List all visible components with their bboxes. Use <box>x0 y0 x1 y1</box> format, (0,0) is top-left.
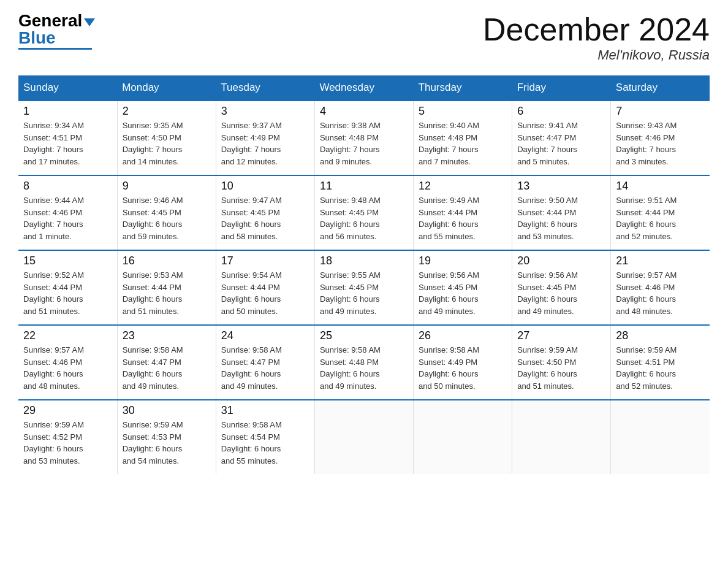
calendar-cell: 14Sunrise: 9:51 AM Sunset: 4:44 PM Dayli… <box>611 175 710 250</box>
day-info: Sunrise: 9:41 AM Sunset: 4:47 PM Dayligh… <box>517 120 605 167</box>
calendar-cell: 18Sunrise: 9:55 AM Sunset: 4:45 PM Dayli… <box>314 250 413 325</box>
day-info: Sunrise: 9:55 AM Sunset: 4:45 PM Dayligh… <box>320 269 408 317</box>
day-number: 14 <box>616 180 705 193</box>
calendar-cell: 19Sunrise: 9:56 AM Sunset: 4:45 PM Dayli… <box>414 250 512 325</box>
day-number: 3 <box>221 105 309 118</box>
calendar-cell <box>512 400 611 474</box>
logo-general-text: General <box>18 12 82 29</box>
calendar-cell: 2Sunrise: 9:35 AM Sunset: 4:50 PM Daylig… <box>117 101 216 175</box>
title-block: December 2024 Mel'nikovo, Russia <box>483 12 710 63</box>
day-info: Sunrise: 9:58 AM Sunset: 4:47 PM Dayligh… <box>221 344 309 392</box>
day-info: Sunrise: 9:49 AM Sunset: 4:44 PM Dayligh… <box>419 194 507 242</box>
calendar-cell: 10Sunrise: 9:47 AM Sunset: 4:45 PM Dayli… <box>216 175 314 250</box>
week-row-3: 15Sunrise: 9:52 AM Sunset: 4:44 PM Dayli… <box>18 250 710 325</box>
day-info: Sunrise: 9:47 AM Sunset: 4:45 PM Dayligh… <box>221 194 309 242</box>
calendar-table: SundayMondayTuesdayWednesdayThursdayFrid… <box>18 75 710 474</box>
calendar-cell: 3Sunrise: 9:37 AM Sunset: 4:49 PM Daylig… <box>216 101 314 175</box>
day-info: Sunrise: 9:58 AM Sunset: 4:48 PM Dayligh… <box>320 344 408 392</box>
day-number: 4 <box>320 105 408 118</box>
day-info: Sunrise: 9:59 AM Sunset: 4:53 PM Dayligh… <box>123 419 211 467</box>
day-number: 30 <box>123 404 211 417</box>
weekday-header-wednesday: Wednesday <box>314 75 413 101</box>
day-info: Sunrise: 9:37 AM Sunset: 4:49 PM Dayligh… <box>221 120 309 167</box>
calendar-cell: 12Sunrise: 9:49 AM Sunset: 4:44 PM Dayli… <box>414 175 512 250</box>
day-number: 18 <box>320 255 408 267</box>
calendar-cell: 31Sunrise: 9:58 AM Sunset: 4:54 PM Dayli… <box>216 400 314 474</box>
calendar-cell: 20Sunrise: 9:56 AM Sunset: 4:45 PM Dayli… <box>512 250 611 325</box>
day-number: 21 <box>616 255 705 267</box>
day-info: Sunrise: 9:53 AM Sunset: 4:44 PM Dayligh… <box>123 269 211 317</box>
calendar-cell: 24Sunrise: 9:58 AM Sunset: 4:47 PM Dayli… <box>216 325 314 400</box>
calendar-cell: 7Sunrise: 9:43 AM Sunset: 4:46 PM Daylig… <box>611 101 710 175</box>
day-info: Sunrise: 9:59 AM Sunset: 4:52 PM Dayligh… <box>23 419 112 467</box>
calendar-cell: 8Sunrise: 9:44 AM Sunset: 4:46 PM Daylig… <box>18 175 117 250</box>
calendar-cell: 27Sunrise: 9:59 AM Sunset: 4:50 PM Dayli… <box>512 325 611 400</box>
calendar-cell: 6Sunrise: 9:41 AM Sunset: 4:47 PM Daylig… <box>512 101 611 175</box>
day-number: 8 <box>23 180 112 193</box>
weekday-header-saturday: Saturday <box>611 75 710 101</box>
day-info: Sunrise: 9:59 AM Sunset: 4:51 PM Dayligh… <box>616 344 705 392</box>
day-info: Sunrise: 9:52 AM Sunset: 4:44 PM Dayligh… <box>23 269 112 317</box>
day-info: Sunrise: 9:56 AM Sunset: 4:45 PM Dayligh… <box>419 269 507 317</box>
weekday-header-row: SundayMondayTuesdayWednesdayThursdayFrid… <box>18 75 710 101</box>
day-number: 9 <box>123 180 211 193</box>
calendar-cell: 25Sunrise: 9:58 AM Sunset: 4:48 PM Dayli… <box>314 325 413 400</box>
day-info: Sunrise: 9:56 AM Sunset: 4:45 PM Dayligh… <box>517 269 605 317</box>
calendar-cell: 21Sunrise: 9:57 AM Sunset: 4:46 PM Dayli… <box>611 250 710 325</box>
day-number: 13 <box>517 180 605 193</box>
day-number: 1 <box>23 105 112 118</box>
day-number: 19 <box>419 255 507 267</box>
weekday-header-thursday: Thursday <box>414 75 512 101</box>
day-number: 12 <box>419 180 507 193</box>
calendar-cell: 9Sunrise: 9:46 AM Sunset: 4:45 PM Daylig… <box>117 175 216 250</box>
week-row-2: 8Sunrise: 9:44 AM Sunset: 4:46 PM Daylig… <box>18 175 710 250</box>
day-info: Sunrise: 9:34 AM Sunset: 4:51 PM Dayligh… <box>23 120 112 167</box>
calendar-cell: 30Sunrise: 9:59 AM Sunset: 4:53 PM Dayli… <box>117 400 216 474</box>
day-info: Sunrise: 9:35 AM Sunset: 4:50 PM Dayligh… <box>123 120 211 167</box>
day-number: 5 <box>419 105 507 118</box>
day-info: Sunrise: 9:51 AM Sunset: 4:44 PM Dayligh… <box>616 194 705 242</box>
day-info: Sunrise: 9:44 AM Sunset: 4:46 PM Dayligh… <box>23 194 112 242</box>
calendar-cell: 5Sunrise: 9:40 AM Sunset: 4:48 PM Daylig… <box>414 101 512 175</box>
day-number: 6 <box>517 105 605 118</box>
logo-underline <box>18 48 92 50</box>
calendar-cell: 15Sunrise: 9:52 AM Sunset: 4:44 PM Dayli… <box>18 250 117 325</box>
day-number: 7 <box>616 105 705 118</box>
day-number: 23 <box>123 329 211 342</box>
day-number: 26 <box>419 329 507 342</box>
weekday-header-monday: Monday <box>117 75 216 101</box>
day-number: 10 <box>221 180 309 193</box>
logo-blue-text: Blue <box>18 29 56 47</box>
calendar-cell: 4Sunrise: 9:38 AM Sunset: 4:48 PM Daylig… <box>314 101 413 175</box>
calendar-cell: 26Sunrise: 9:58 AM Sunset: 4:49 PM Dayli… <box>414 325 512 400</box>
weekday-header-tuesday: Tuesday <box>216 75 314 101</box>
calendar-cell: 17Sunrise: 9:54 AM Sunset: 4:44 PM Dayli… <box>216 250 314 325</box>
day-number: 11 <box>320 180 408 193</box>
weekday-header-sunday: Sunday <box>18 75 117 101</box>
page-header: General Blue December 2024 Mel'nikovo, R… <box>18 12 710 63</box>
day-number: 2 <box>123 105 211 118</box>
day-number: 22 <box>23 329 112 342</box>
weekday-header-friday: Friday <box>512 75 611 101</box>
week-row-5: 29Sunrise: 9:59 AM Sunset: 4:52 PM Dayli… <box>18 400 710 474</box>
calendar-cell: 11Sunrise: 9:48 AM Sunset: 4:45 PM Dayli… <box>314 175 413 250</box>
day-info: Sunrise: 9:43 AM Sunset: 4:46 PM Dayligh… <box>616 120 705 167</box>
day-number: 20 <box>517 255 605 267</box>
calendar-cell <box>611 400 710 474</box>
day-info: Sunrise: 9:46 AM Sunset: 4:45 PM Dayligh… <box>123 194 211 242</box>
day-info: Sunrise: 9:57 AM Sunset: 4:46 PM Dayligh… <box>616 269 705 317</box>
month-title: December 2024 <box>483 12 710 47</box>
calendar-cell: 28Sunrise: 9:59 AM Sunset: 4:51 PM Dayli… <box>611 325 710 400</box>
location-text: Mel'nikovo, Russia <box>483 47 710 63</box>
day-number: 28 <box>616 329 705 342</box>
day-info: Sunrise: 9:50 AM Sunset: 4:44 PM Dayligh… <box>517 194 605 242</box>
day-number: 17 <box>221 255 309 267</box>
logo: General Blue <box>18 12 95 50</box>
calendar-cell: 23Sunrise: 9:58 AM Sunset: 4:47 PM Dayli… <box>117 325 216 400</box>
calendar-cell: 1Sunrise: 9:34 AM Sunset: 4:51 PM Daylig… <box>18 101 117 175</box>
day-info: Sunrise: 9:38 AM Sunset: 4:48 PM Dayligh… <box>320 120 408 167</box>
week-row-4: 22Sunrise: 9:57 AM Sunset: 4:46 PM Dayli… <box>18 325 710 400</box>
calendar-cell <box>314 400 413 474</box>
day-number: 25 <box>320 329 408 342</box>
day-number: 24 <box>221 329 309 342</box>
